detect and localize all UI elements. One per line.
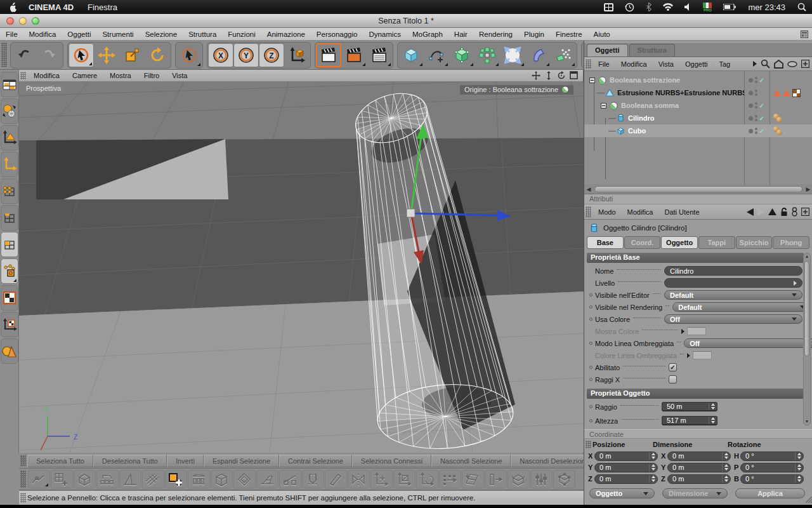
lock-y-button[interactable]: Y — [233, 43, 259, 67]
matrix-extrude-button[interactable] — [142, 470, 164, 488]
view-label[interactable]: Prospettiva — [22, 84, 65, 93]
bridge-button[interactable] — [74, 470, 96, 488]
menu-struttura[interactable]: Struttura — [183, 30, 222, 38]
render-settings-button[interactable] — [341, 43, 367, 67]
tab-struttura[interactable]: Struttura — [629, 44, 675, 57]
collapse-icon[interactable] — [601, 103, 606, 109]
menubar-clock[interactable]: mer 23:43 — [748, 3, 785, 12]
rot-b-field[interactable]: 0 ° — [740, 474, 804, 484]
tab-oggetto[interactable]: Oggetto — [661, 236, 698, 249]
render-view-button[interactable] — [316, 43, 341, 67]
section-proprieta-oggetto[interactable]: Proprietà Oggetto — [587, 389, 804, 399]
color-swatch[interactable] — [693, 351, 712, 359]
deselect-all-button[interactable]: Deseleziona Tutto — [93, 455, 167, 467]
menu-rendering[interactable]: Rendering — [473, 30, 518, 38]
wifi-icon[interactable] — [663, 3, 673, 11]
tab-coord[interactable]: Coord. — [624, 236, 661, 249]
visibile-rendering-dropdown[interactable]: Default — [672, 302, 811, 312]
deformer-button[interactable] — [525, 43, 551, 67]
visibile-editor-dropdown[interactable]: Default — [664, 290, 802, 300]
untriangulate-button[interactable] — [553, 470, 575, 488]
search-icon[interactable] — [761, 59, 770, 69]
texture-mode-button[interactable] — [1, 285, 18, 311]
select-all-button[interactable]: Seleziona Tutto — [27, 455, 93, 467]
axis-mode-button[interactable] — [1, 152, 18, 177]
altezza-field[interactable]: 517 m — [662, 416, 717, 425]
undo-button[interactable] — [11, 43, 37, 67]
hscroll-thumb[interactable] — [594, 186, 802, 192]
selection-tool-button[interactable] — [176, 43, 202, 67]
selection-tag-icon[interactable] — [773, 90, 781, 97]
menu-plugin[interactable]: Plugin — [518, 30, 550, 38]
rotate-button[interactable] — [145, 43, 170, 67]
parent-up-icon[interactable] — [768, 208, 776, 215]
visibility-toggles[interactable]: ✓ — [744, 77, 769, 84]
raggi-x-checkbox[interactable] — [669, 375, 677, 384]
vscroll-thumb[interactable] — [804, 261, 809, 356]
battery-icon[interactable] — [723, 4, 736, 10]
tree-row-cubo[interactable]: Cubo ✓ — [584, 124, 812, 137]
menu-animazione[interactable]: Animazione — [261, 30, 311, 38]
uv-mode-button[interactable] — [1, 258, 18, 284]
om-grip[interactable] — [586, 59, 591, 69]
abilitato-checkbox[interactable]: ✓ — [669, 363, 677, 371]
visibility-toggles[interactable]: ✓ — [744, 115, 769, 122]
window-layout-icon[interactable] — [801, 30, 808, 38]
invert-button[interactable]: Inverti — [167, 455, 204, 467]
visibility-toggles[interactable] — [744, 90, 769, 96]
coordinate-system-button[interactable] — [284, 43, 310, 67]
menu-hair[interactable]: Hair — [449, 30, 473, 38]
polygon-mode-button[interactable] — [1, 232, 18, 257]
spline-button[interactable] — [424, 43, 449, 67]
tree-row-cilindro[interactable]: Cilindro ✓ — [584, 112, 812, 124]
rotate-view-icon[interactable] — [557, 71, 566, 80]
pos-y-field[interactable]: 0 m — [594, 463, 658, 472]
texture-tag-icon[interactable] — [792, 89, 801, 97]
vp-menu-modifica[interactable]: Modifica — [27, 72, 66, 79]
modo-linea-dropdown[interactable]: Off — [684, 338, 812, 348]
tab-spicchio[interactable]: Spicchio — [736, 236, 773, 249]
selbar-grip[interactable] — [20, 455, 26, 466]
resize-grip-icon[interactable] — [804, 495, 812, 503]
section-proprieta-base[interactable]: Proprietà Base — [587, 253, 804, 263]
anim-dot[interactable] — [589, 293, 593, 297]
selection-filter-button[interactable] — [1, 338, 18, 364]
nurbs-button[interactable] — [449, 43, 475, 67]
livello-field[interactable] — [664, 278, 802, 288]
hide-unselected-button[interactable]: Nascondi Deselezione — [511, 455, 584, 467]
menu-modifica[interactable]: Modifica — [23, 30, 62, 38]
bluetooth-icon[interactable] — [646, 3, 652, 11]
move-button[interactable] — [94, 43, 119, 67]
om-menu-vista[interactable]: Vista — [653, 60, 679, 68]
scale-tool-axis-button[interactable] — [393, 470, 416, 488]
arrange-button[interactable] — [485, 470, 507, 488]
anim-dot[interactable] — [589, 378, 593, 381]
ffd-button[interactable] — [500, 43, 525, 67]
paint-selection-button[interactable] — [165, 470, 187, 488]
apple-menu-icon[interactable] — [9, 3, 17, 12]
add-point-button[interactable] — [51, 470, 73, 488]
new-panel-icon[interactable] — [801, 60, 809, 68]
anim-dot[interactable] — [589, 305, 593, 309]
usa-colore-dropdown[interactable]: Off — [664, 314, 802, 324]
object-tree-hscrollbar[interactable]: ◀ ▶ — [584, 184, 812, 194]
polygon-pen-button[interactable] — [28, 470, 50, 488]
filter-eye-icon[interactable] — [787, 61, 797, 67]
point-mode-button[interactable] — [1, 178, 18, 204]
nome-field[interactable]: Cilindro — [664, 266, 802, 276]
time-machine-icon[interactable] — [625, 3, 634, 12]
model-mode-button[interactable] — [1, 98, 18, 124]
window-titlebar[interactable]: Senza Titolo 1 * — [0, 14, 812, 28]
scroll-right-icon[interactable]: ▶ — [804, 186, 812, 192]
maximize-view-icon[interactable] — [570, 71, 578, 80]
collapse-icon[interactable] — [589, 77, 595, 83]
move-tool-axis-button[interactable] — [370, 470, 393, 488]
equalizer-button[interactable] — [530, 470, 553, 488]
tab-base[interactable]: Base — [587, 236, 624, 249]
primitive-cube-button[interactable] — [398, 43, 424, 67]
om-menu-modifica[interactable]: Modifica — [615, 60, 653, 68]
grow-selection-button[interactable]: Espandi Selezione — [204, 455, 279, 467]
modeling-toolbar-grip[interactable] — [20, 471, 26, 488]
spotlight-icon[interactable] — [797, 3, 806, 11]
tree-row-booleana-somma[interactable]: Booleana somma ✓ — [584, 99, 812, 112]
